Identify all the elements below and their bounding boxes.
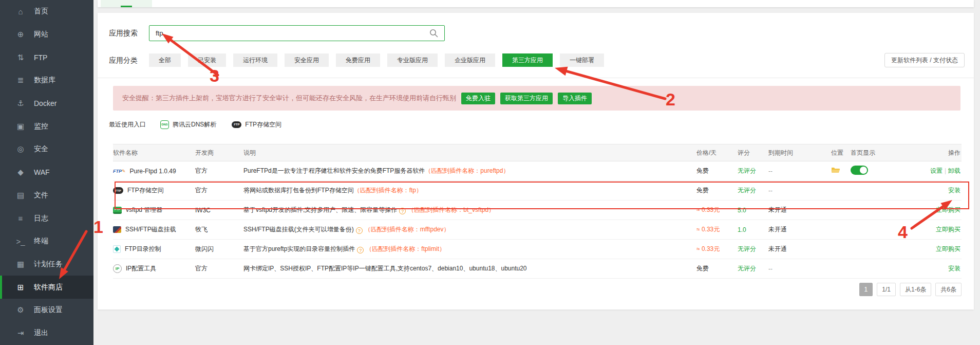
expire-cell: -- — [768, 168, 831, 175]
third-party-warning-banner: 安全提醒：第三方插件上架前，宝塔官方进行了安全审计，但可能还存在安全风险，在生产… — [113, 86, 960, 111]
category-installed[interactable]: 已安装 — [188, 53, 226, 67]
get-third-party-apps-button[interactable]: 获取第三方应用 — [500, 93, 553, 104]
sidebar-item-waf[interactable]: ◆WAF — [0, 161, 93, 184]
table-row: IP IP配置工具 官方 网卡绑定IP、SSH授权IP、FTP配置IP等IP一键… — [113, 259, 962, 279]
table-row: FTP vsftpd 管理器 IW3C 基于vsftpd开发的插件,支持多用户、… — [113, 201, 962, 220]
monitor-icon: ▣ — [15, 122, 26, 131]
sidebar-item-logs[interactable]: ≡日志 — [0, 207, 93, 230]
update-software-list-button[interactable]: 更新软件列表 / 支付状态 — [884, 53, 965, 67]
active-tab-sliver[interactable] — [101, 0, 152, 7]
free-join-button[interactable]: 免费入驻 — [461, 93, 495, 104]
sidebar-item-database[interactable]: ≣数据库 — [0, 69, 93, 92]
sidebar-item-app-store[interactable]: ⊞软件商店 — [0, 276, 93, 299]
sidebar-item-label: 文件 — [34, 191, 48, 200]
settings-link[interactable]: 设置 — [930, 167, 943, 174]
help-question-icon[interactable]: ? — [357, 247, 364, 253]
action-cell: 立即购买 — [912, 225, 962, 234]
recent-item-tencent-dns[interactable]: DNS 腾讯云DNS解析 — [160, 120, 216, 129]
gear-icon: ⚙ — [15, 305, 26, 315]
recent-entries-row: 最近使用入口 DNS 腾讯云DNS解析 FTP FTP存储空间 — [109, 119, 297, 130]
score-cell[interactable]: 无评分 — [738, 264, 768, 273]
pureftpd-app-icon: FTP✎ — [113, 169, 126, 174]
developer-cell: IW3C — [195, 207, 243, 214]
uninstall-link[interactable]: 卸载 — [948, 167, 960, 174]
category-pro-apps[interactable]: 专业版应用 — [387, 53, 438, 67]
score-cell[interactable]: 1.0 — [738, 226, 768, 233]
col-header-name: 软件名称 — [113, 149, 195, 157]
score-cell[interactable]: 无评分 — [738, 245, 768, 253]
software-store-panel: 应用搜索 应用分类 全部 已安装 运行环境 安全应用 免费应用 专业版应用 企业… — [98, 13, 974, 310]
app-name-cell: SSH/FTP磁盘挂载 — [113, 225, 195, 234]
search-label: 应用搜索 — [109, 25, 138, 41]
sidebar-item-home[interactable]: ⌂首页 — [0, 0, 93, 23]
search-input[interactable] — [149, 25, 445, 41]
expire-cell: -- — [768, 187, 831, 194]
expire-cell: -- — [768, 265, 831, 273]
page-indicator[interactable]: 1/1 — [877, 283, 896, 296]
col-header-price: 价格/天 — [696, 149, 738, 157]
matched-plugin-text: （匹配到插件名称：ftp） — [354, 187, 422, 194]
sidebar-item-ftp[interactable]: ⇅FTP — [0, 46, 93, 69]
col-header-action: 操作 — [912, 149, 962, 157]
expire-cell: 未开通 — [768, 206, 831, 214]
table-header-row: 软件名称 开发商 说明 价格/天 评分 到期时间 位置 首页显示 操作 — [113, 144, 962, 161]
recent-item-ftp-storage[interactable]: FTP FTP存储空间 — [232, 120, 281, 129]
open-folder-icon[interactable] — [831, 167, 840, 174]
terminal-icon: >_ — [15, 237, 26, 246]
buy-now-link[interactable]: 立即购买 — [936, 226, 960, 233]
sidebar-item-label: 日志 — [34, 214, 48, 223]
help-question-icon[interactable]: ? — [399, 208, 406, 214]
sidebar-item-logout[interactable]: ⇥退出 — [0, 322, 93, 345]
category-runtime[interactable]: 运行环境 — [233, 53, 277, 67]
category-security-apps[interactable]: 安全应用 — [285, 53, 329, 67]
score-cell[interactable]: 5.0 — [738, 207, 768, 214]
sidebar-item-docker[interactable]: ⚓Docker — [0, 92, 93, 115]
col-header-home-display: 首页显示 — [851, 149, 912, 157]
expire-cell: 未开通 — [768, 245, 831, 253]
sidebar-item-monitor[interactable]: ▣监控 — [0, 115, 93, 138]
buy-now-link[interactable]: 立即购买 — [936, 245, 960, 252]
install-link[interactable]: 安装 — [948, 187, 960, 194]
app-name: Pure-Ftpd 1.0.49 — [130, 168, 176, 175]
app-name: SSH/FTP磁盘挂载 — [125, 225, 176, 234]
vsftpd-app-icon: FTP — [113, 207, 122, 214]
category-third-party-apps[interactable]: 第三方应用 — [502, 53, 553, 67]
buy-now-link[interactable]: 立即购买 — [936, 206, 960, 213]
developer-cell: 官方 — [195, 186, 243, 195]
log-icon: ≡ — [15, 214, 26, 223]
sidebar-item-label: 终端 — [34, 237, 48, 246]
search-icon[interactable] — [429, 29, 438, 38]
page-1-button[interactable]: 1 — [859, 283, 873, 296]
category-all[interactable]: 全部 — [149, 53, 181, 67]
help-question-icon[interactable]: ? — [356, 227, 363, 234]
home-display-toggle-on[interactable] — [851, 166, 868, 175]
warning-text: 安全提醒：第三方插件上架前，宝塔官方进行了安全审计，但可能还存在安全风险，在生产… — [122, 94, 456, 103]
sidebar-item-label: FTP — [34, 53, 47, 62]
category-free-apps[interactable]: 免费应用 — [336, 53, 380, 67]
action-cell: 立即购买 — [912, 206, 962, 214]
score-cell[interactable]: 无评分 — [738, 186, 768, 195]
sidebar-item-files[interactable]: ▤文件 — [0, 184, 93, 207]
developer-cell: 官方 — [195, 167, 243, 175]
import-plugin-button[interactable]: 导入插件 — [558, 93, 592, 104]
matched-plugin-text: （匹配到插件名称：mfftpdev） — [365, 226, 450, 233]
app-search-row: 应用搜索 — [98, 25, 974, 41]
page-range: 从1-6条 — [900, 283, 931, 296]
category-enterprise-apps[interactable]: 企业版应用 — [445, 53, 495, 67]
score-cell[interactable]: 无评分 — [738, 167, 768, 175]
sidebar-item-security[interactable]: ◎安全 — [0, 138, 93, 161]
install-link[interactable]: 安装 — [948, 265, 960, 272]
sidebar-item-panel-settings[interactable]: ⚙面板设置 — [0, 299, 93, 322]
sidebar-item-website[interactable]: ⊕网站 — [0, 23, 93, 46]
ftp-icon: ⇅ — [15, 53, 26, 62]
category-label: 应用分类 — [109, 53, 138, 67]
folder-icon: ▤ — [15, 191, 26, 200]
sidebar-item-terminal[interactable]: >_终端 — [0, 230, 93, 253]
category-one-click-deploy[interactable]: 一键部署 — [560, 53, 604, 67]
sidebar-item-cron[interactable]: ▦计划任务 — [0, 253, 93, 276]
sidebar-item-label: 计划任务 — [34, 260, 63, 269]
app-name-cell: FTP✎ Pure-Ftpd 1.0.49 — [113, 168, 195, 175]
total-count: 共6条 — [935, 283, 962, 296]
action-cell: 立即购买 — [912, 245, 962, 253]
col-header-score: 评分 — [738, 149, 768, 157]
